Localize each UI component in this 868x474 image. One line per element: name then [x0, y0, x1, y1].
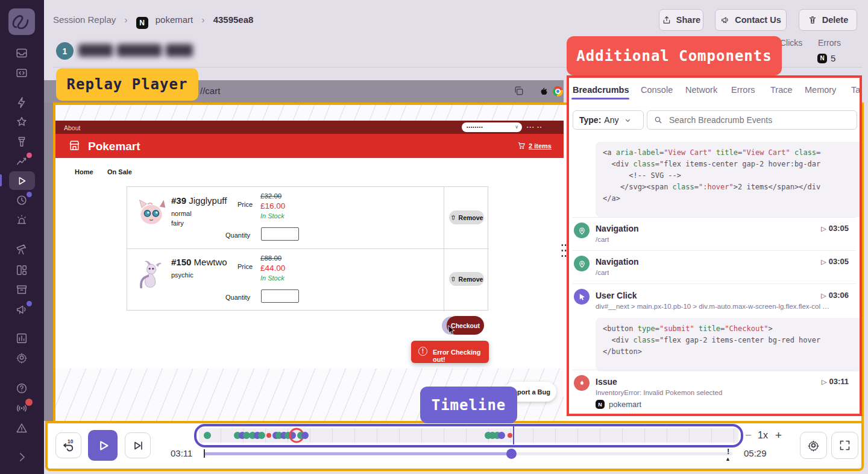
search-input[interactable] [668, 115, 851, 125]
remove-label: Remove [459, 276, 483, 283]
nav-onsale-link[interactable]: On Sale [107, 168, 132, 175]
megaphone-icon [720, 15, 730, 25]
sidebar-item-alerts[interactable] [15, 213, 28, 227]
play-button[interactable] [88, 430, 118, 461]
seek-bar[interactable] [204, 452, 732, 455]
sidebar-collapse-toggle[interactable] [15, 450, 28, 464]
play-from-here-icon: ▷ [821, 225, 826, 232]
type-filter-value: Any [604, 115, 618, 125]
nextjs-icon: N [817, 54, 827, 63]
session-avatar: 1 [56, 42, 74, 60]
skip-to-end-button[interactable] [125, 432, 151, 458]
cart-items-link[interactable]: 2 items [529, 142, 552, 150]
errors-stat-label: Errors [818, 38, 841, 48]
active-indicator [0, 174, 2, 186]
sidebar-item-replays[interactable] [15, 174, 28, 188]
sidebar-item-issues[interactable] [15, 46, 28, 60]
play-from-here-icon: ▷ [822, 378, 826, 385]
breadcrumb-project[interactable]: pokemart [156, 14, 193, 25]
tab-breadcrumbs[interactable]: Breadcrumbs [573, 85, 629, 95]
total-time: 05:29 [744, 448, 767, 458]
sidebar-item-dashboards[interactable] [15, 264, 28, 277]
delete-button[interactable]: Delete [799, 9, 857, 31]
fullscreen-button[interactable] [831, 432, 858, 459]
masked-select[interactable]: •••••••• ∨ [462, 122, 522, 132]
sentry-logo[interactable] [8, 8, 35, 35]
mouse-cursor [447, 324, 458, 336]
html-snippet-block: <button type="submit" title="Checkout"> … [596, 318, 862, 371]
remove-item-button[interactable]: Remove [449, 272, 484, 286]
tab-network[interactable]: Network [685, 85, 717, 95]
replay-page-topbar: About •••••••• ∨ ••• •• [55, 121, 564, 134]
tab-tags[interactable]: Tags [851, 85, 862, 95]
fullscreen-icon [838, 439, 851, 452]
tab-errors[interactable]: Errors [731, 85, 755, 95]
gear-icon [807, 438, 820, 452]
seek-marker-arrow: ▲ [725, 456, 731, 462]
sidebar-item-service-status[interactable] [15, 422, 28, 435]
sale-price: £16.00 [260, 201, 285, 210]
quantity-label: Quantity [225, 294, 250, 301]
breadcrumb: Session Replay › N pokemart › 43595ea8 [53, 14, 253, 29]
sidebar-item-help[interactable] [15, 382, 28, 395]
breadcrumb-time[interactable]: ▷03:05 [821, 224, 849, 233]
breadcrumb-replay-id: 43595ea8 [213, 14, 254, 25]
replay-url: //cart [200, 86, 220, 96]
breadcrumb-detail: /cart [596, 236, 609, 243]
code-line: <div class="flex items-center gap-2 hove… [603, 159, 862, 170]
item-name: #39 Jigglypuff [171, 195, 227, 206]
mewtwo-image [134, 257, 168, 291]
sidebar-item-quickstart[interactable] [15, 96, 28, 109]
divider [573, 217, 856, 218]
contact-us-button[interactable]: Contact Us [715, 9, 787, 31]
chevron-down-icon: ∨ [515, 124, 518, 130]
error-toast-label: Error Checking out! [433, 349, 489, 363]
speed-increase-button[interactable]: + [775, 429, 782, 442]
sidebar-item-discover[interactable] [15, 242, 28, 256]
alert-icon: ! [418, 347, 427, 356]
clicks-stat-label: Clicks [780, 38, 802, 48]
copy-url-icon[interactable] [513, 85, 525, 97]
code-line: <!-- SVG --> [603, 170, 862, 182]
sidebar-item-stats[interactable] [15, 332, 28, 345]
sidebar-item-releases[interactable] [15, 283, 28, 296]
sidebar-item-explore[interactable] [15, 135, 28, 148]
quantity-input[interactable] [261, 289, 299, 303]
sidebar-item-projects[interactable] [15, 66, 28, 80]
speed-value: 1x [758, 430, 768, 441]
remove-item-button[interactable]: Remove [449, 210, 484, 224]
breadcrumb-time[interactable]: ▷03:06 [821, 291, 849, 300]
breadcrumb-session-replay[interactable]: Session Replay [53, 14, 116, 25]
breadcrumb-separator: › [124, 14, 127, 25]
annotation-replay-player: Replay Player [56, 68, 198, 101]
tab-console[interactable]: Console [641, 85, 673, 95]
nav-home-link[interactable]: Home [75, 168, 93, 175]
breadcrumb-time[interactable]: ▷03:11 [822, 377, 849, 386]
chrome-browser-icon [553, 86, 563, 96]
breadcrumb-detail: /cart [596, 269, 609, 276]
error-toast: ! Error Checking out! [411, 341, 489, 363]
breadcrumb-time[interactable]: ▷03:05 [821, 257, 849, 266]
about-link[interactable]: About [64, 124, 80, 131]
rewind-10-button[interactable]: 10 [55, 432, 81, 458]
type-filter-dropdown[interactable]: Type: Any [573, 110, 644, 130]
sidebar-item-starred[interactable] [15, 115, 28, 128]
jigglypuff-image [134, 195, 168, 229]
issue-project: N pokemart [596, 400, 641, 409]
panel-resize-handle[interactable] [561, 242, 567, 258]
player-settings-button[interactable] [800, 432, 827, 459]
nextjs-project-icon: N [136, 17, 148, 29]
speed-decrease-button[interactable]: − [745, 429, 752, 442]
quantity-input[interactable] [261, 227, 299, 241]
share-button[interactable]: Share [659, 9, 703, 31]
chevron-down-icon [624, 116, 632, 124]
column-divider [444, 187, 444, 311]
tab-trace[interactable]: Trace [770, 85, 793, 95]
sidebar-item-settings[interactable] [15, 351, 28, 364]
breadcrumb-title: User Click [596, 291, 637, 300]
remove-label: Remove [459, 214, 483, 221]
tab-memory[interactable]: Memory [805, 85, 836, 95]
play-from-here-icon: ▷ [821, 258, 826, 265]
nextjs-icon: N [596, 400, 605, 409]
search-icon [653, 115, 663, 125]
